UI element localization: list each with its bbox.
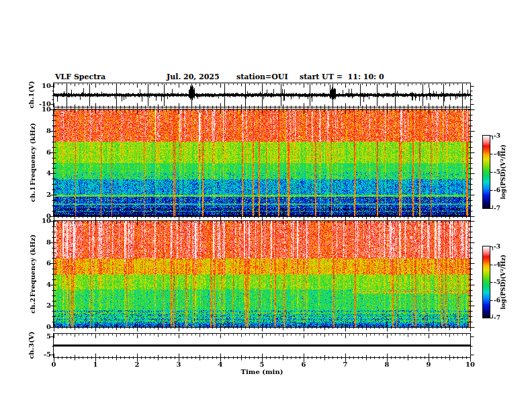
ch2-spec-ytick-label: 2 — [34, 302, 51, 309]
ch3-wave-ytick-label: 5 — [34, 332, 51, 340]
colorbar-tick-label: -4 — [494, 150, 508, 158]
x-tick-label: 2 — [130, 361, 144, 368]
colorbar-tick-label: -5 — [494, 169, 508, 176]
x-tick-label: 1 — [89, 361, 102, 368]
axes-ticks-overlay — [0, 0, 532, 411]
x-tick-label: 4 — [214, 361, 227, 368]
colorbar-tick-label: -6 — [494, 187, 508, 194]
colorbar-tick-label: -6 — [494, 297, 508, 304]
ch1-spec-ytick-label: 4 — [34, 169, 51, 177]
x-tick-label: 0 — [47, 361, 60, 368]
x-tick-label: 3 — [172, 361, 185, 368]
colorbar-tick-label: -3 — [494, 132, 508, 140]
ch2-spec-ytick-label: 4 — [34, 281, 51, 288]
colorbar-tick-label: -4 — [494, 261, 508, 269]
x-tick-label: 9 — [422, 361, 435, 368]
ch1-wave-ytick-label: 10 — [34, 82, 51, 89]
ch1-spec-ytick-label: 2 — [34, 191, 51, 198]
ch2-spec-ytick-label: 6 — [34, 259, 51, 267]
ch1-spec-ytick-label: 8 — [34, 127, 51, 134]
x-tick-label: 8 — [380, 361, 394, 368]
colorbar-tick-label: -5 — [494, 279, 508, 286]
ch3-wave-ytick-label: -5 — [34, 351, 51, 358]
x-tick-label: 5 — [255, 361, 269, 368]
ch2-spec-ytick-label: 8 — [34, 238, 51, 246]
colorbar-tick-label: -3 — [494, 243, 508, 250]
ch1-spec-ytick-label: 10 — [34, 105, 51, 113]
ch2-spec-ytick-label: 0 — [34, 323, 51, 330]
ch1-spec-ytick-label: 6 — [34, 148, 51, 156]
x-tick-label: 10 — [463, 361, 477, 368]
x-tick-label: 6 — [297, 361, 310, 368]
vlf-spectra-figure: VLF Spectra Jul. 20, 2025 station=OUI st… — [0, 0, 532, 411]
ch2-spec-ytick-label: 10 — [34, 217, 51, 224]
colorbar-tick-label: -7 — [494, 205, 508, 212]
x-axis-label: Time (min) — [228, 368, 296, 375]
x-tick-label: 7 — [339, 361, 352, 368]
colorbar-tick-label: -7 — [494, 314, 508, 322]
